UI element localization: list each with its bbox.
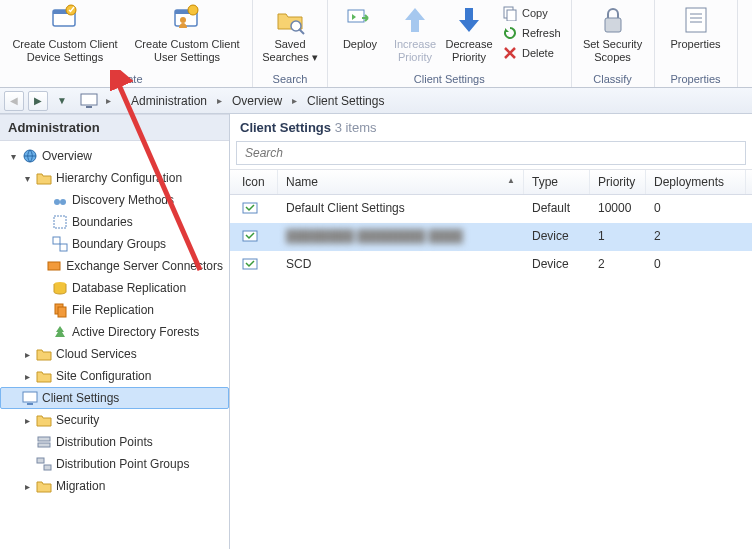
decrease-priority-button[interactable]: Decrease Priority [444, 2, 494, 71]
user-settings-icon [171, 4, 203, 36]
ribbon-group-client-settings: Deploy Increase Priority Decrease Priori… [328, 0, 572, 87]
results-table: Icon Name Type Priority Deployments Defa… [230, 169, 752, 279]
arrow-down-icon [453, 4, 485, 36]
chevron-right-icon[interactable]: ▸ [22, 415, 32, 426]
chevron-right-icon[interactable]: ▸ [22, 481, 32, 492]
tree-item-dist-points[interactable]: Distribution Points [0, 431, 229, 453]
tree-item-discovery[interactable]: Discovery Methods [0, 189, 229, 211]
row-type: Default [524, 199, 590, 219]
breadcrumb-item[interactable]: Client Settings [301, 94, 390, 108]
nav-forward-button[interactable]: ▶ [28, 91, 48, 111]
create-custom-client-device-settings-button[interactable]: Create Custom Client Device Settings [6, 2, 124, 71]
tree-item-boundaries[interactable]: Boundaries [0, 211, 229, 233]
search-input[interactable] [236, 141, 746, 165]
svg-rect-24 [60, 244, 67, 251]
tree-item-file-replication[interactable]: File Replication [0, 299, 229, 321]
svg-rect-11 [507, 10, 516, 21]
boundary-groups-icon [52, 236, 68, 252]
ribbon-group-properties: Properties Properties [655, 0, 738, 87]
ribbon: Create Custom Client Device Settings Cre… [0, 0, 752, 88]
exchange-icon [46, 258, 62, 274]
tree-item-overview[interactable]: ▾ Overview [0, 145, 229, 167]
svg-point-6 [180, 17, 186, 23]
col-priority[interactable]: Priority [590, 170, 646, 194]
deploy-icon [344, 4, 376, 36]
folder-icon [36, 412, 52, 428]
sidebar-title: Administration [0, 114, 229, 141]
boundaries-icon [52, 214, 68, 230]
svg-point-5 [188, 5, 198, 15]
chevron-right-icon: ▸ [288, 95, 301, 106]
svg-rect-31 [38, 437, 50, 441]
properties-icon [680, 4, 712, 36]
chevron-down-icon[interactable]: ▾ [22, 173, 32, 184]
tree-item-cloud[interactable]: ▸Cloud Services [0, 343, 229, 365]
table-row[interactable]: SCDDevice20 [230, 251, 752, 279]
svg-rect-23 [53, 237, 60, 244]
row-deployments: 2 [646, 227, 746, 247]
chevron-right-icon[interactable]: ▸ [22, 371, 32, 382]
breadcrumb-bar: ◀ ▶ ▼ ▸ Administration ▸ Overview ▸ Clie… [0, 88, 752, 114]
nav-back-button[interactable]: ◀ [4, 91, 24, 111]
ribbon-group-title-client-settings: Client Settings [334, 71, 565, 87]
set-security-scopes-button[interactable]: Set Security Scopes [578, 2, 648, 71]
create-custom-client-user-settings-button[interactable]: Create Custom Client User Settings [128, 2, 246, 71]
row-type: Device [524, 255, 590, 275]
tree-item-migration[interactable]: ▸Migration [0, 475, 229, 497]
nav-tree: ▾ Overview ▾ Hierarchy Configuration Dis… [0, 141, 229, 549]
col-icon[interactable]: Icon [230, 170, 278, 194]
ribbon-group-classify: Set Security Scopes Classify [572, 0, 655, 87]
svg-rect-32 [38, 443, 50, 447]
col-deployments[interactable]: Deployments [646, 170, 746, 194]
refresh-button[interactable]: Refresh [498, 24, 565, 42]
search-field[interactable] [236, 141, 746, 165]
ribbon-group-title-classify: Classify [578, 71, 648, 87]
breadcrumb-item[interactable]: Administration [125, 94, 213, 108]
table-row[interactable]: ████████ ████████ ████Device12 [230, 223, 752, 251]
folder-icon [36, 478, 52, 494]
deploy-button[interactable]: Deploy [334, 2, 386, 71]
row-priority: 10000 [590, 199, 646, 219]
copy-button[interactable]: Copy [498, 4, 565, 22]
svg-point-21 [60, 199, 66, 205]
delete-button[interactable]: Delete [498, 44, 565, 62]
svg-rect-34 [44, 465, 51, 470]
chevron-right-icon[interactable]: ▸ [22, 349, 32, 360]
svg-rect-28 [58, 307, 66, 317]
nav-dropdown-button[interactable]: ▼ [52, 91, 72, 111]
ribbon-group-title-create: Create [6, 71, 246, 87]
lock-icon [597, 4, 629, 36]
tree-item-boundary-groups[interactable]: Boundary Groups [0, 233, 229, 255]
row-name: Default Client Settings [278, 199, 524, 219]
tree-item-db-replication[interactable]: Database Replication [0, 277, 229, 299]
saved-searches-button[interactable]: Saved Searches ▾ [259, 2, 321, 71]
file-replication-icon [52, 302, 68, 318]
properties-button[interactable]: Properties [661, 2, 731, 71]
increase-priority-button[interactable]: Increase Priority [390, 2, 440, 71]
row-priority: 1 [590, 227, 646, 247]
tree-item-exchange[interactable]: Exchange Server Connectors [0, 255, 229, 277]
col-type[interactable]: Type [524, 170, 590, 194]
breadcrumb-item[interactable]: Overview [226, 94, 288, 108]
delete-icon [502, 45, 518, 61]
tree-item-security[interactable]: ▸Security [0, 409, 229, 431]
row-name: ████████ ████████ ████ [278, 227, 524, 247]
tree-item-client-settings[interactable]: Client Settings [0, 387, 229, 409]
table-row[interactable]: Default Client SettingsDefault100000 [230, 195, 752, 223]
row-deployments: 0 [646, 255, 746, 275]
row-icon [230, 199, 278, 219]
chevron-down-icon[interactable]: ▾ [8, 151, 18, 162]
content-pane: Client Settings 3 items Icon Name Type P… [230, 114, 752, 549]
tree-item-hierarchy[interactable]: ▾ Hierarchy Configuration [0, 167, 229, 189]
table-body: Default Client SettingsDefault100000████… [230, 195, 752, 279]
database-icon [52, 280, 68, 296]
tree-item-site-cfg[interactable]: ▸Site Configuration [0, 365, 229, 387]
svg-rect-12 [605, 18, 621, 32]
main-split: Administration ▾ Overview ▾ Hierarchy Co… [0, 114, 752, 549]
server-group-icon [36, 456, 52, 472]
col-name[interactable]: Name [278, 170, 524, 194]
ribbon-group-search: Saved Searches ▾ Search [253, 0, 328, 87]
ribbon-group-create: Create Custom Client Device Settings Cre… [0, 0, 253, 87]
tree-item-dist-groups[interactable]: Distribution Point Groups [0, 453, 229, 475]
tree-item-ad-forests[interactable]: Active Directory Forests [0, 321, 229, 343]
